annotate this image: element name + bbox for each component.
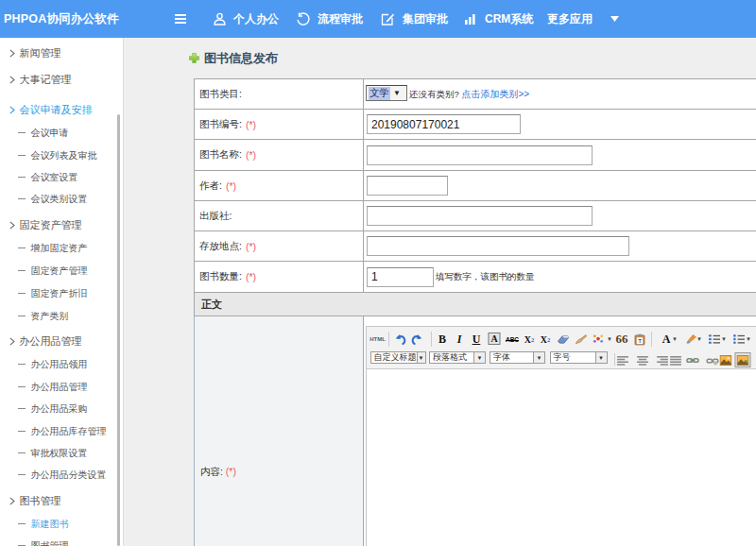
svg-text:T: T — [638, 337, 642, 343]
